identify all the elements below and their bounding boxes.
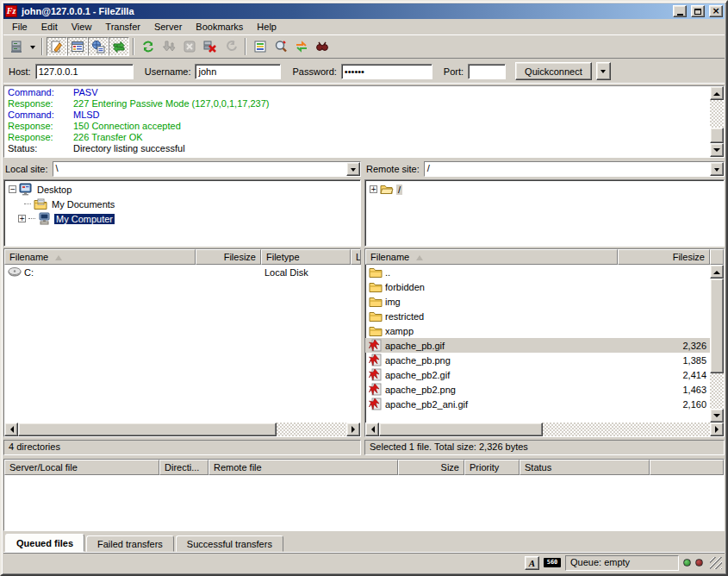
minimize-button[interactable] — [673, 5, 687, 17]
toggle-log-view-icon — [50, 40, 64, 53]
folder-icon — [369, 295, 383, 308]
remote-row-file[interactable]: apache_pb.png 1,385 — [365, 353, 710, 367]
local-column-lastmodified[interactable]: L — [351, 249, 361, 265]
tree-item-my-computer[interactable]: + My Computer — [18, 211, 359, 226]
menu-edit[interactable]: Edit — [34, 20, 65, 34]
scroll-right-button[interactable] — [346, 423, 360, 436]
toggle-queue-button[interactable] — [109, 37, 129, 56]
local-site-combobox[interactable]: \ — [53, 161, 361, 177]
local-row-c-drive[interactable]: C: Local Disk — [4, 265, 360, 279]
tab-queued-files[interactable]: Queued files — [5, 534, 84, 552]
remote-row-updir[interactable]: .. — [365, 265, 710, 279]
site-manager-dropdown[interactable] — [27, 37, 38, 56]
quickconnect-button[interactable]: Quickconnect — [515, 62, 592, 80]
scroll-down-button[interactable] — [710, 409, 724, 423]
toggle-remote-tree-button[interactable] — [88, 37, 109, 56]
host-input[interactable] — [35, 64, 134, 79]
synchronized-browsing-button[interactable] — [291, 37, 312, 56]
queue-column-priority[interactable]: Priority — [464, 460, 520, 475]
directory-comparison-button[interactable] — [271, 37, 291, 56]
scrollbar-track[interactable] — [543, 423, 710, 436]
speed-limit-icon[interactable]: 560 — [544, 558, 561, 567]
remote-row-folder[interactable]: forbidden — [365, 279, 710, 294]
menu-transfer[interactable]: Transfer — [98, 20, 147, 34]
tree-item-desktop[interactable]: − Desktop — [9, 182, 359, 197]
log-line: Command:PASV — [8, 87, 706, 98]
remote-row-file[interactable]: apache_pb2_ani.gif 2,160 — [365, 397, 710, 411]
toggle-log-view-button[interactable] — [47, 37, 67, 56]
data-type-indicator[interactable]: A — [525, 556, 539, 570]
queue-column-remote-file[interactable]: Remote file — [208, 460, 398, 475]
remote-row-file[interactable]: apache_pb.gif 2,326 — [365, 338, 710, 353]
expand-icon[interactable]: + — [370, 185, 377, 193]
disconnect-button[interactable] — [200, 37, 221, 56]
quickconnect-dropdown[interactable] — [596, 62, 611, 80]
menu-view[interactable]: View — [65, 20, 99, 34]
toggle-local-tree-button[interactable] — [67, 37, 88, 56]
local-site-label: Local site: — [3, 164, 53, 174]
tab-successful-transfers[interactable]: Successful transfers — [176, 535, 283, 552]
scrollbar-thumb[interactable] — [18, 423, 277, 436]
menu-bar: File Edit View Transfer Server Bookmarks… — [3, 19, 725, 34]
remote-row-folder[interactable]: xampp — [365, 323, 710, 338]
scroll-down-button[interactable] — [710, 143, 724, 157]
resize-grip[interactable] — [710, 557, 722, 569]
refresh-button[interactable] — [138, 37, 159, 56]
scrollbar-track[interactable] — [710, 100, 724, 128]
remote-row-folder[interactable]: restricted — [365, 309, 710, 323]
remote-column-filesize[interactable]: Filesize — [618, 249, 710, 265]
maximize-button[interactable] — [691, 5, 705, 17]
queue-column-size[interactable]: Size — [398, 460, 464, 475]
toolbar-separator — [245, 38, 246, 55]
menu-file[interactable]: File — [5, 20, 34, 34]
remote-site-dropdown[interactable] — [710, 162, 724, 176]
scrollbar-track[interactable] — [710, 373, 724, 409]
remote-row-file[interactable]: apache_pb2.gif 2,414 — [365, 367, 710, 382]
local-site-dropdown[interactable] — [346, 162, 360, 176]
tab-failed-transfers[interactable]: Failed transfers — [86, 535, 174, 552]
tree-item-root[interactable]: + / — [370, 182, 723, 197]
username-input[interactable] — [195, 64, 281, 79]
collapse-icon[interactable]: − — [9, 185, 16, 193]
scrollbar-thumb[interactable] — [379, 423, 543, 436]
log-vertical-scrollbar[interactable] — [710, 86, 724, 157]
remote-vertical-scrollbar[interactable] — [710, 265, 724, 423]
queue-column-local-file[interactable]: Server/Local file — [4, 460, 159, 475]
find-files-button[interactable] — [312, 37, 333, 56]
scroll-up-button[interactable] — [710, 265, 724, 279]
scroll-left-button[interactable] — [365, 423, 379, 436]
remote-site-combobox[interactable]: / — [424, 161, 725, 177]
local-column-filetype[interactable]: Filetype — [261, 249, 351, 265]
close-button[interactable]: × — [709, 5, 723, 17]
refresh-icon — [141, 40, 155, 53]
port-input[interactable] — [468, 64, 506, 79]
expand-icon[interactable]: + — [18, 215, 26, 222]
menu-help[interactable]: Help — [250, 20, 283, 34]
scrollbar-thumb[interactable] — [710, 279, 724, 373]
local-column-filename[interactable]: Filename — [4, 249, 196, 265]
remote-horizontal-scrollbar[interactable] — [365, 423, 724, 436]
tree-connector — [28, 218, 35, 219]
scroll-up-button[interactable] — [710, 86, 724, 100]
tree-item-my-documents[interactable]: My Documents — [24, 197, 359, 211]
process-queue-button[interactable] — [159, 37, 179, 56]
scroll-right-button[interactable] — [710, 423, 724, 436]
remote-column-filename[interactable]: Filename — [365, 249, 618, 265]
queue-column-direction[interactable]: Directi... — [159, 460, 208, 475]
local-horizontal-scrollbar[interactable] — [4, 423, 360, 436]
site-manager-button[interactable] — [6, 37, 27, 56]
reconnect-button[interactable] — [221, 37, 241, 56]
menu-server[interactable]: Server — [147, 20, 189, 34]
local-column-filesize[interactable]: Filesize — [196, 249, 261, 265]
password-input[interactable] — [341, 64, 432, 79]
tree-item-label: Desktop — [35, 185, 73, 195]
cancel-operation-button[interactable] — [179, 37, 200, 56]
menu-bookmarks[interactable]: Bookmarks — [189, 20, 250, 34]
queue-column-status[interactable]: Status — [520, 460, 650, 475]
directory-filters-button[interactable] — [250, 37, 271, 56]
remote-row-file[interactable]: apache_pb2.png 1,463 — [365, 382, 710, 397]
scrollbar-track[interactable] — [277, 423, 346, 436]
remote-row-folder[interactable]: img — [365, 294, 710, 309]
scrollbar-thumb[interactable] — [710, 128, 724, 143]
scroll-left-button[interactable] — [4, 423, 18, 436]
